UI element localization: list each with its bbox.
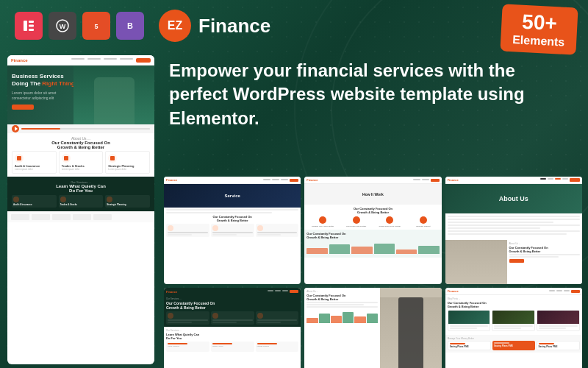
s2c-line-2 — [168, 322, 192, 323]
stocks-icon-inner — [64, 156, 68, 160]
growth-photo-bg — [380, 297, 442, 368]
footer-logo-1 — [11, 214, 29, 220]
snl-1 — [263, 179, 270, 180]
s2-nav-links — [268, 290, 298, 293]
step-3-circle — [386, 216, 393, 224]
s2-lsc-text-3: Strategic Planning — [257, 345, 298, 347]
blog-nav: Finance — [445, 288, 582, 295]
pc-1: Saving Plans PME — [448, 341, 491, 350]
step-4: Personal Support — [407, 216, 440, 227]
card-stocks-icon — [62, 154, 71, 163]
blog-title: Our Constantly Focused OnGrowth & Being … — [448, 301, 580, 308]
svg-rect-2 — [29, 25, 34, 27]
blog-card-1-img — [448, 311, 490, 324]
acl-1 — [509, 254, 580, 255]
gc-bar-2 — [319, 314, 330, 323]
snl-3 — [281, 179, 288, 180]
progress-fill — [21, 128, 60, 130]
s2c-line-6 — [257, 322, 282, 323]
pc3-accent — [539, 343, 554, 344]
pricing-label: Manage Your Money Better — [448, 337, 580, 340]
about-photo-placeholder — [445, 240, 507, 284]
main-preview-dark-section: Our Services ... Learn What Quietly CanD… — [7, 177, 154, 211]
growth-title: Our Constantly Focused OnGrowth & Being … — [306, 294, 377, 301]
s2nl-2 — [275, 290, 281, 291]
s2-nav-brand: Finance — [166, 290, 177, 294]
pc-3: Saving Plans PME — [537, 341, 580, 350]
main-preview-hero-btn — [12, 105, 34, 110]
main-preview-hero-image — [74, 66, 154, 124]
bc1-line-1 — [450, 325, 489, 327]
smc-icon-3 — [257, 225, 263, 231]
bootstrap-icon: B — [116, 12, 144, 40]
card-planning: Strategic Planning Lorem ipsum dolor — [105, 151, 150, 174]
s2-ls-title: Learn What Quietly CanDo For You — [166, 333, 298, 340]
blog-card-1-body — [448, 324, 490, 330]
blog-card-3 — [537, 310, 580, 331]
ds-card-1: Audit & Insurance — [12, 195, 57, 208]
hiw-nav-links — [413, 179, 440, 182]
footer-logo-2 — [32, 214, 50, 220]
blog-card-2 — [492, 310, 535, 331]
audit-icon-inner — [17, 156, 21, 160]
elementor-icon — [15, 12, 43, 40]
bar-2 — [329, 244, 350, 254]
blog-cards — [448, 310, 580, 331]
s2-lsc-3: Strategic Planning — [256, 342, 299, 352]
smc-line-3 — [212, 232, 253, 233]
s2c-line-1 — [168, 319, 208, 321]
s2c-line-5 — [257, 319, 298, 321]
elements-badge: 50+ Elements — [500, 4, 578, 55]
hnl-2 — [422, 179, 429, 180]
bc1-line-2 — [450, 328, 477, 329]
main-preview-card: Finance Business ServicesDoing The Right… — [7, 55, 154, 364]
abl-4 — [448, 224, 580, 226]
blog-card-1 — [448, 310, 491, 331]
anl-btn — [570, 178, 580, 182]
preview-service: Finance Service Our Constantly Focused O… — [164, 177, 301, 284]
nav-link-1 — [71, 58, 85, 60]
hiw-section-title: Our Constantly Focused OnGrowth & Being … — [306, 207, 439, 214]
ds-title-3: Strategic Planning — [107, 203, 148, 206]
step-1-text: Manage Your Money Better — [306, 225, 339, 227]
smc-line-6 — [257, 234, 282, 236]
about-content-btn — [509, 259, 524, 263]
play-icon — [12, 125, 19, 132]
hiw-nav: Finance — [304, 177, 441, 184]
svg-rect-3 — [29, 29, 34, 31]
bnl-2 — [556, 290, 562, 291]
hero-image-overlay — [74, 66, 154, 124]
hiw-nav-brand: Finance — [306, 178, 318, 182]
growth-content: About Us ... Our Constantly Focused OnGr… — [304, 288, 379, 368]
nav-cta-btn — [136, 58, 151, 63]
ds-card-3: Strategic Planning — [105, 195, 150, 208]
about-photo-content: About Us ... Our Constantly Focused OnGr… — [445, 240, 582, 284]
dark-section-title: Learn What Quietly CanDo For You — [12, 184, 150, 193]
tagline-area: Empower your financial services with the… — [158, 52, 588, 177]
hiw-hero: How It Work — [304, 184, 441, 205]
step-1-circle — [319, 216, 326, 224]
footer-logo-3 — [52, 214, 71, 220]
anl-2 — [548, 178, 553, 180]
bar-6 — [418, 246, 439, 254]
main-preview-nav-brand: Finance — [11, 58, 28, 63]
gc-bar-5 — [354, 316, 365, 323]
abl-1 — [448, 216, 580, 217]
s2-title: Our Constantly Focused OnGrowth & Being … — [166, 301, 298, 310]
snl-2 — [272, 179, 279, 180]
sb-line-1 — [166, 209, 298, 210]
growth-photo — [380, 288, 442, 368]
bc3-line-1 — [539, 325, 578, 327]
about-nav-links — [540, 178, 580, 182]
s2c-line-3 — [212, 319, 253, 321]
section1-cards: Audit & Insurance Lorem ipsum dolor Trad… — [12, 151, 150, 174]
preview-about: Finance About Us — [445, 177, 582, 284]
about-nav: Finance — [445, 177, 582, 184]
about-hero-title: About Us — [499, 195, 528, 202]
smc-line-2 — [168, 234, 192, 236]
smc-3 — [256, 224, 299, 237]
previews-grid: Finance Service Our Constantly Focused O… — [158, 177, 588, 368]
service-section-title: Our Constantly Focused OnGrowth & Being … — [166, 215, 298, 222]
step-3-text: Saving Plans PME Partner — [373, 225, 406, 227]
ds-title-1: Audit & Insurance — [13, 203, 55, 206]
